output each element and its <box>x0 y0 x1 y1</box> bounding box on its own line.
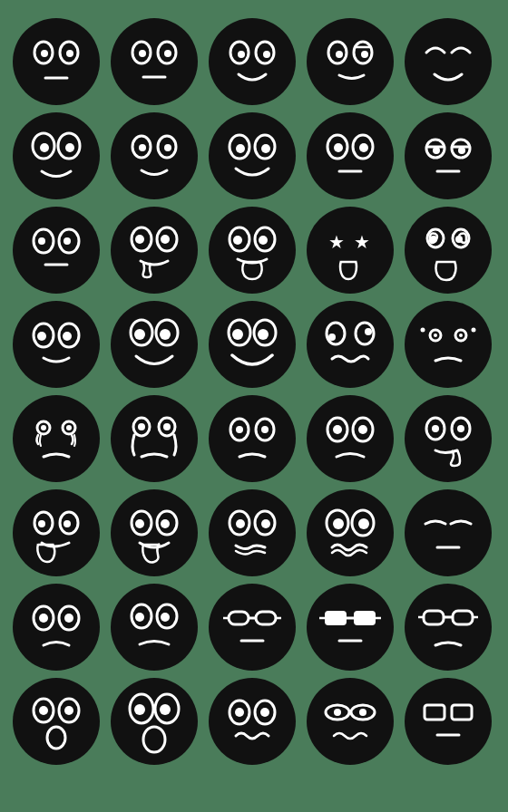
svg-point-94 <box>163 423 171 430</box>
svg-point-7 <box>139 50 146 57</box>
face-40[interactable] <box>405 678 492 765</box>
svg-point-83 <box>434 334 437 337</box>
svg-point-114 <box>135 519 144 528</box>
svg-point-17 <box>361 51 368 58</box>
face-18[interactable] <box>209 301 296 388</box>
svg-point-106 <box>457 425 464 432</box>
face-5[interactable] <box>405 18 492 105</box>
face-36[interactable] <box>13 678 100 765</box>
face-21[interactable] <box>13 395 100 482</box>
svg-point-22 <box>65 143 74 152</box>
emoji-grid: ★ ★ <box>13 18 495 765</box>
svg-point-168 <box>359 709 366 716</box>
svg-point-63 <box>455 236 463 243</box>
svg-point-119 <box>236 519 245 528</box>
svg-point-98 <box>261 426 269 433</box>
face-30[interactable] <box>405 489 492 576</box>
face-25[interactable] <box>405 395 492 482</box>
svg-point-80 <box>365 328 372 335</box>
svg-point-45 <box>38 237 45 245</box>
svg-point-51 <box>161 235 170 244</box>
svg-point-12 <box>238 51 245 58</box>
svg-point-128 <box>39 614 48 623</box>
face-24[interactable] <box>307 395 394 482</box>
svg-point-158 <box>134 704 145 715</box>
face-38[interactable] <box>209 678 296 765</box>
svg-point-41 <box>458 147 465 154</box>
svg-point-54 <box>233 236 242 245</box>
face-10[interactable] <box>405 112 492 199</box>
svg-point-75 <box>232 329 243 340</box>
svg-point-62 <box>430 236 437 243</box>
face-11[interactable] <box>13 207 100 294</box>
svg-rect-141 <box>354 611 376 625</box>
face-27[interactable] <box>111 489 198 576</box>
face-17[interactable] <box>111 301 198 388</box>
svg-text:★: ★ <box>328 232 345 252</box>
svg-rect-140 <box>325 611 347 625</box>
svg-rect-170 <box>452 705 472 720</box>
svg-point-110 <box>64 520 71 527</box>
face-4[interactable] <box>307 18 394 105</box>
face-22[interactable] <box>111 395 198 482</box>
svg-point-30 <box>261 144 270 153</box>
svg-point-155 <box>47 727 65 749</box>
svg-point-68 <box>63 332 72 341</box>
face-13[interactable] <box>209 207 296 294</box>
svg-point-13 <box>263 51 270 58</box>
face-37[interactable] <box>111 678 198 765</box>
face-31[interactable] <box>13 584 100 671</box>
svg-point-123 <box>333 518 344 529</box>
face-33[interactable] <box>209 584 296 671</box>
svg-point-2 <box>41 50 48 57</box>
face-23[interactable] <box>209 395 296 482</box>
face-32[interactable] <box>111 584 198 671</box>
svg-point-55 <box>259 236 268 245</box>
svg-point-72 <box>160 329 171 340</box>
svg-point-8 <box>164 50 171 57</box>
face-28[interactable] <box>209 489 296 576</box>
svg-point-76 <box>258 329 269 340</box>
svg-point-153 <box>39 706 48 715</box>
svg-rect-134 <box>229 612 249 624</box>
svg-point-133 <box>161 613 170 622</box>
face-14[interactable]: ★ ★ <box>307 207 394 294</box>
face-2[interactable] <box>111 18 198 105</box>
svg-point-89 <box>41 425 46 430</box>
svg-point-90 <box>66 425 72 430</box>
face-7[interactable] <box>111 112 198 199</box>
face-9[interactable] <box>307 112 394 199</box>
svg-point-160 <box>143 727 165 752</box>
face-12[interactable] <box>111 207 198 294</box>
face-15[interactable] <box>405 207 492 294</box>
face-19[interactable] <box>307 301 394 388</box>
face-1[interactable] <box>13 18 100 105</box>
face-20[interactable] <box>405 301 492 388</box>
svg-point-77 <box>327 323 345 344</box>
face-35[interactable] <box>405 584 492 671</box>
face-6[interactable] <box>13 112 100 199</box>
svg-point-97 <box>236 426 243 433</box>
svg-point-71 <box>134 329 145 340</box>
svg-point-85 <box>421 328 425 333</box>
face-8[interactable] <box>209 112 296 199</box>
face-29[interactable] <box>307 489 394 576</box>
svg-point-25 <box>139 144 146 151</box>
face-3[interactable] <box>209 18 296 105</box>
svg-point-102 <box>358 425 367 434</box>
svg-text:★: ★ <box>354 232 370 252</box>
svg-point-79 <box>328 334 336 341</box>
svg-point-16 <box>336 51 343 58</box>
svg-point-40 <box>433 147 440 154</box>
svg-point-93 <box>138 423 145 430</box>
svg-point-29 <box>236 144 245 153</box>
face-39[interactable] <box>307 678 394 765</box>
face-16[interactable] <box>13 301 100 388</box>
face-34[interactable] <box>307 584 394 671</box>
svg-point-105 <box>432 425 439 432</box>
face-26[interactable] <box>13 489 100 576</box>
svg-point-132 <box>135 613 144 622</box>
svg-point-164 <box>260 708 269 717</box>
svg-point-115 <box>161 519 170 528</box>
svg-point-3 <box>66 50 73 57</box>
